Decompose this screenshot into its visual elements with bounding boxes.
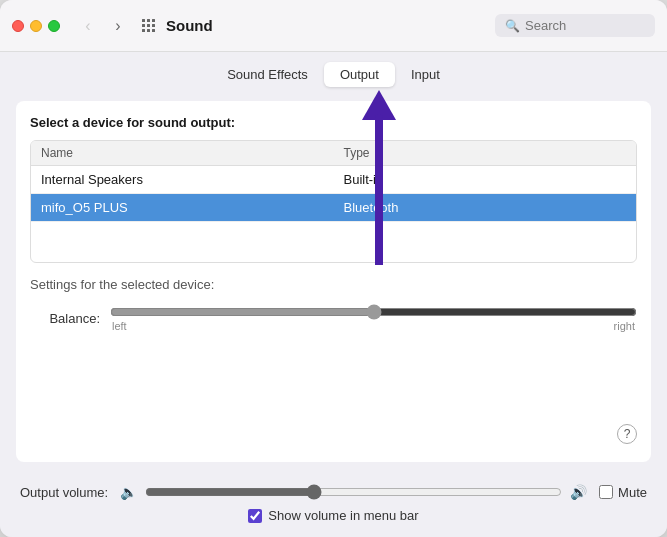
device-table: Name Type Internal Speakers Built-in mif… — [30, 140, 637, 263]
mute-checkbox[interactable] — [599, 485, 613, 499]
volume-row: Output volume: 🔈 🔊 Mute — [20, 484, 647, 500]
tab-sound-effects[interactable]: Sound Effects — [211, 62, 324, 87]
window: ‹ › Sound 🔍 Sound Effects Output Input — [0, 0, 667, 537]
menubar-label: Show volume in menu bar — [268, 508, 418, 523]
table-row[interactable]: Internal Speakers Built-in — [31, 166, 636, 194]
titlebar: ‹ › Sound 🔍 — [0, 0, 667, 52]
menubar-checkbox[interactable] — [248, 509, 262, 523]
balance-label: Balance: — [30, 311, 100, 326]
content: Sound Effects Output Input Select a devi… — [0, 52, 667, 474]
minimize-button[interactable] — [30, 20, 42, 32]
device-name-0: Internal Speakers — [31, 166, 334, 193]
mute-label: Mute — [618, 485, 647, 500]
bottom-bar: Output volume: 🔈 🔊 Mute Show volume in m… — [0, 474, 667, 537]
panel-title: Select a device for sound output: — [30, 115, 637, 130]
slider-labels: left right — [110, 320, 637, 332]
window-title: Sound — [166, 17, 213, 34]
balance-left-label: left — [112, 320, 127, 332]
output-volume-slider[interactable] — [145, 484, 562, 500]
search-bar[interactable]: 🔍 — [495, 14, 655, 37]
balance-right-label: right — [614, 320, 635, 332]
tabs-wrapper: Sound Effects Output Input — [16, 62, 651, 87]
maximize-button[interactable] — [48, 20, 60, 32]
settings-title: Settings for the selected device: — [30, 277, 637, 292]
header-type: Type — [334, 141, 637, 165]
table-row-selected[interactable]: mifo_O5 PLUS Bluetooth — [31, 194, 636, 222]
nav-buttons: ‹ › — [74, 15, 132, 37]
close-button[interactable] — [12, 20, 24, 32]
back-button[interactable]: ‹ — [74, 15, 102, 37]
main-panel: Select a device for sound output: Name T… — [16, 101, 651, 462]
output-volume-label: Output volume: — [20, 485, 108, 500]
table-header: Name Type — [31, 141, 636, 166]
device-type-0: Built-in — [334, 166, 637, 193]
table-empty-row — [31, 222, 636, 262]
header-name: Name — [31, 141, 334, 165]
balance-slider[interactable] — [110, 304, 637, 320]
balance-row: Balance: left right — [30, 304, 637, 332]
mute-area: Mute — [599, 485, 647, 500]
menubar-row: Show volume in menu bar — [20, 508, 647, 523]
tab-output[interactable]: Output — [324, 62, 395, 87]
volume-high-icon: 🔊 — [570, 484, 587, 500]
tab-input[interactable]: Input — [395, 62, 456, 87]
forward-button[interactable]: › — [104, 15, 132, 37]
grid-icon[interactable] — [142, 19, 156, 33]
balance-slider-container: left right — [110, 304, 637, 332]
device-name-1: mifo_O5 PLUS — [31, 194, 334, 221]
device-type-1: Bluetooth — [334, 194, 637, 221]
help-button[interactable]: ? — [617, 424, 637, 444]
traffic-lights — [12, 20, 60, 32]
search-input[interactable] — [525, 18, 645, 33]
search-icon: 🔍 — [505, 19, 520, 33]
volume-low-icon: 🔈 — [120, 484, 137, 500]
settings-section: Settings for the selected device: Balanc… — [30, 277, 637, 336]
